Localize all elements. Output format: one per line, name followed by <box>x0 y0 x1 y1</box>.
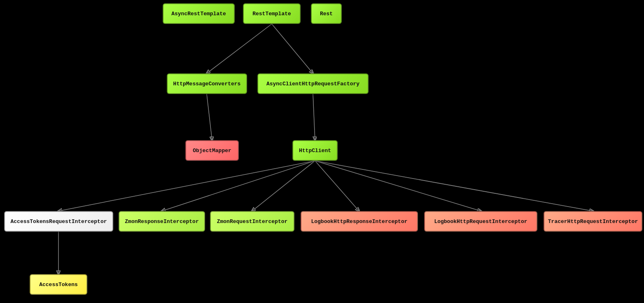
svg-line-3 <box>313 94 315 140</box>
async-client-http-request-factory-label: AsyncClientHttpRequestFactory <box>266 81 359 87</box>
logbook-http-response-interceptor-label: LogbookHttpResponseInterceptor <box>311 218 407 225</box>
zmon-request-interceptor-node: ZmonRequestInterceptor <box>210 211 294 232</box>
http-message-converters-node: HttpMessageConverters <box>167 73 247 94</box>
rest-label: Rest <box>320 11 333 17</box>
http-client-label: HttpClient <box>299 148 331 154</box>
logbook-http-response-interceptor-node: LogbookHttpResponseInterceptor <box>301 211 418 232</box>
logbook-http-request-interceptor-label: LogbookHttpRequestInterceptor <box>434 218 527 225</box>
access-tokens-request-interceptor-node: AccessTokensRequestInterceptor <box>4 211 113 232</box>
svg-line-4 <box>58 161 315 211</box>
access-tokens-request-interceptor-label: AccessTokensRequestInterceptor <box>10 218 107 225</box>
svg-line-6 <box>252 161 315 211</box>
async-client-http-request-factory-node: AsyncClientHttpRequestFactory <box>257 73 369 94</box>
rest-template-label: RestTemplate <box>252 11 291 17</box>
tracer-http-request-interceptor-label: TracerHttpRequestInterceptor <box>548 218 638 225</box>
svg-line-5 <box>162 161 315 211</box>
svg-line-2 <box>207 94 212 140</box>
access-tokens-label: AccessTokens <box>39 282 78 288</box>
logbook-http-request-interceptor-node: LogbookHttpRequestInterceptor <box>424 211 537 232</box>
async-rest-template-label: AsyncRestTemplate <box>171 11 226 17</box>
svg-line-1 <box>272 24 313 73</box>
zmon-response-interceptor-label: ZmonResponseInterceptor <box>125 218 198 225</box>
http-client-node: HttpClient <box>292 140 338 161</box>
svg-line-0 <box>207 24 272 73</box>
svg-line-8 <box>315 161 481 211</box>
tracer-http-request-interceptor-node: TracerHttpRequestInterceptor <box>544 211 642 232</box>
zmon-request-interceptor-label: ZmonRequestInterceptor <box>217 218 288 225</box>
access-tokens-node: AccessTokens <box>30 274 87 295</box>
object-mapper-node: ObjectMapper <box>185 140 239 161</box>
zmon-response-interceptor-node: ZmonResponseInterceptor <box>119 211 205 232</box>
rest-node: Rest <box>311 3 342 24</box>
object-mapper-label: ObjectMapper <box>193 148 231 154</box>
http-message-converters-label: HttpMessageConverters <box>173 81 241 87</box>
async-rest-template-node: AsyncRestTemplate <box>163 3 235 24</box>
svg-line-7 <box>315 161 359 211</box>
svg-line-9 <box>315 161 593 211</box>
rest-template-node: RestTemplate <box>243 3 301 24</box>
